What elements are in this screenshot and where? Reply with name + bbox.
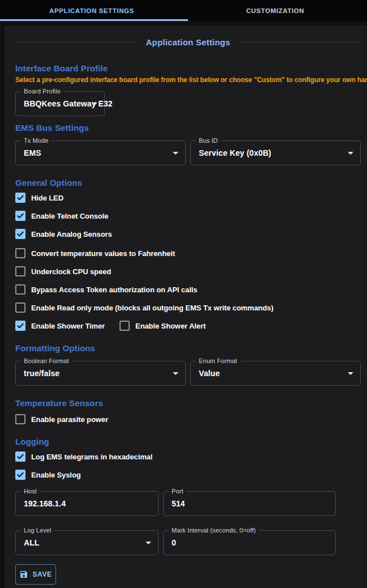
checkbox-label: Enable Shower Alert [135, 322, 206, 330]
chevron-down-icon [348, 152, 353, 155]
tx-mode-label: Tx Mode [21, 137, 52, 144]
host-input[interactable] [16, 492, 158, 515]
checkbox-fahrenheit[interactable]: Convert temperature values to Fahrenheit [15, 248, 175, 258]
checkbox-box[interactable] [15, 193, 25, 203]
chevron-down-icon [173, 152, 178, 155]
page-title-divider: Application Settings [15, 35, 361, 49]
boolean-format-label: Boolean Format [21, 357, 72, 364]
settings-panel: Application Settings Interface Board Pro… [5, 25, 367, 588]
host-field[interactable]: Host [15, 491, 159, 516]
host-label: Host [21, 488, 40, 495]
checkbox-box[interactable] [15, 248, 25, 258]
checkbox-enable-analog-sensors[interactable]: Enable Analog Sensors [15, 229, 112, 239]
checkbox-row: Enable Analog Sensors [15, 229, 361, 239]
checkbox-row: Bypass Access Token authorization on API… [15, 284, 361, 295]
checkbox-row: Convert temperature values to Fahrenheit [15, 248, 361, 258]
heading-temperature-sensors: Temperature Sensors [15, 398, 361, 408]
save-button-label: SAVE [32, 570, 52, 578]
chevron-down-icon [92, 103, 97, 105]
heading-logging: Logging [15, 437, 361, 447]
checkbox-shower-timer[interactable]: Enable Shower Timer [15, 321, 105, 331]
checkbox-label: Enable Syslog [31, 471, 81, 479]
enum-format-select[interactable]: Enum Format Value [190, 361, 361, 386]
chevron-down-icon [173, 372, 178, 375]
checkbox-label: Convert temperature values to Fahrenheit [31, 249, 175, 258]
board-profile-label: Board Profile [21, 88, 63, 95]
checkbox-shower-alert[interactable]: Enable Shower Alert [120, 321, 206, 331]
checkbox-box[interactable] [15, 284, 25, 295]
tx-mode-value: EMS [24, 141, 41, 165]
checkbox-underclock-cpu[interactable]: Underclock CPU speed [15, 266, 111, 276]
tab-bar: APPLICATION SETTINGS CUSTOMIZATION [0, 0, 367, 21]
heading-interface-board-profile: Interface Board Profile [15, 63, 361, 74]
checkbox-label: Enable Analog Sensors [31, 230, 112, 238]
bus-id-label: Bus ID [196, 137, 221, 144]
checkbox-label: Enable Read only mode (blocks all outgoi… [31, 304, 274, 312]
checkbox-box[interactable] [15, 229, 25, 239]
checkbox-box[interactable] [120, 321, 130, 331]
checkbox-label: Enable Shower Timer [31, 322, 105, 330]
checkbox-label: Enable parasite power [31, 415, 108, 424]
checkbox-row: Enable Telnet Console [15, 211, 361, 221]
checkbox-hide-led[interactable]: Hide LED [15, 193, 63, 203]
checkbox-box[interactable] [15, 451, 25, 462]
chevron-down-icon [146, 542, 151, 544]
checkbox-row: Enable Read only mode (blocks all outgoi… [15, 302, 361, 313]
checkbox-label: Hide LED [31, 194, 63, 202]
log-level-value: ALL [24, 531, 40, 555]
boolean-format-select[interactable]: Boolean Format true/false [15, 361, 186, 386]
save-icon [19, 570, 28, 579]
tab-application-settings[interactable]: APPLICATION SETTINGS [0, 0, 184, 21]
checkbox-row: Underclock CPU speed [15, 266, 361, 276]
checkbox-enable-syslog[interactable]: Enable Syslog [15, 470, 81, 480]
checkbox-log-hex[interactable]: Log EMS telegrams in hexadecimal [15, 451, 152, 462]
checkbox-parasite-power[interactable]: Enable parasite power [15, 414, 108, 424]
checkbox-label: Bypass Access Token authorization on API… [31, 286, 197, 294]
bus-id-value: Service Key (0x0B) [199, 141, 271, 165]
log-level-label: Log Level [21, 527, 54, 534]
checkbox-enable-telnet-console[interactable]: Enable Telnet Console [15, 211, 108, 221]
checkbox-row: Enable Syslog [15, 470, 361, 480]
divider-line [238, 42, 361, 42]
port-label: Port [169, 488, 186, 495]
boolean-format-value: true/false [24, 361, 59, 385]
heading-general-options: General Options [15, 178, 361, 188]
mark-interval-label: Mark Interval (seconds, 0=off) [169, 527, 259, 534]
checkbox-row: Enable Shower Timer Enable Shower Alert [15, 321, 361, 331]
checkbox-label: Underclock CPU speed [31, 267, 111, 276]
board-profile-note: Select a pre-configured interface board … [15, 76, 361, 84]
checkbox-row: Log EMS telegrams in hexadecimal [15, 451, 361, 462]
port-input[interactable] [164, 492, 335, 515]
mark-interval-input[interactable] [164, 531, 335, 555]
checkbox-label: Enable Telnet Console [31, 212, 108, 220]
checkbox-box[interactable] [15, 414, 25, 424]
checkbox-label: Log EMS telegrams in hexadecimal [31, 453, 152, 461]
checkbox-box[interactable] [15, 211, 25, 221]
tx-mode-select[interactable]: Tx Mode EMS [15, 140, 186, 165]
checkbox-box[interactable] [15, 470, 25, 480]
checkbox-box[interactable] [15, 321, 25, 331]
tab-customization[interactable]: CUSTOMIZATION [184, 0, 367, 21]
divider-line [15, 42, 138, 42]
active-tab-indicator [0, 19, 188, 21]
heading-formatting-options: Formatting Options [15, 343, 361, 353]
log-level-select[interactable]: Log Level ALL [15, 530, 159, 555]
enum-format-label: Enum Format [196, 357, 240, 364]
save-button[interactable]: SAVE [15, 564, 56, 585]
heading-ems-bus-settings: EMS Bus Settings [15, 123, 361, 133]
page-title: Application Settings [146, 37, 231, 47]
checkbox-bypass-token[interactable]: Bypass Access Token authorization on API… [15, 284, 197, 295]
chevron-down-icon [348, 372, 353, 375]
checkbox-read-only-mode[interactable]: Enable Read only mode (blocks all outgoi… [15, 302, 274, 313]
checkbox-box[interactable] [15, 266, 25, 276]
bus-id-select[interactable]: Bus ID Service Key (0x0B) [190, 140, 361, 165]
board-profile-value: BBQKees Gateway E32 [24, 92, 113, 116]
checkbox-row: Enable parasite power [15, 414, 361, 424]
checkbox-box[interactable] [15, 302, 25, 313]
port-field[interactable]: Port [163, 491, 336, 516]
checkbox-row: Hide LED [15, 193, 361, 203]
board-profile-select[interactable]: Board Profile BBQKees Gateway E32 [15, 91, 105, 116]
enum-format-value: Value [199, 361, 220, 385]
mark-interval-field[interactable]: Mark Interval (seconds, 0=off) [163, 530, 336, 555]
